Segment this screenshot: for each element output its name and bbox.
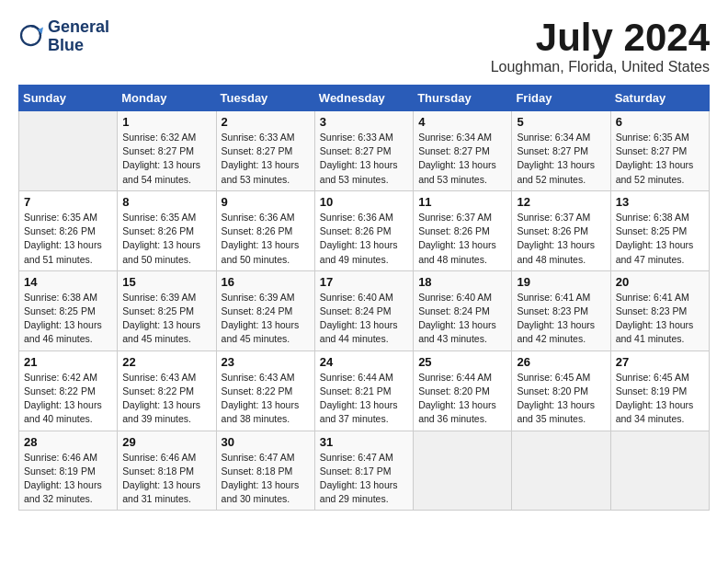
day-number: 19 xyxy=(517,275,605,289)
day-number: 10 xyxy=(320,195,408,209)
day-number: 1 xyxy=(122,115,210,129)
day-info: Sunrise: 6:39 AMSunset: 8:25 PMDaylight:… xyxy=(122,291,210,347)
calendar-cell xyxy=(414,431,512,511)
day-number: 2 xyxy=(222,115,310,129)
day-info: Sunrise: 6:45 AMSunset: 8:19 PMDaylight:… xyxy=(616,371,704,427)
day-number: 21 xyxy=(24,355,112,369)
location: Loughman, Florida, United States xyxy=(491,59,710,75)
day-info: Sunrise: 6:32 AMSunset: 8:27 PMDaylight:… xyxy=(122,131,210,187)
day-info: Sunrise: 6:45 AMSunset: 8:20 PMDaylight:… xyxy=(517,371,605,427)
day-info: Sunrise: 6:34 AMSunset: 8:27 PMDaylight:… xyxy=(517,131,605,187)
day-number: 29 xyxy=(122,435,210,449)
calendar-cell: 10Sunrise: 6:36 AMSunset: 8:26 PMDayligh… xyxy=(314,190,413,270)
day-info: Sunrise: 6:43 AMSunset: 8:22 PMDaylight:… xyxy=(122,371,210,427)
logo-icon xyxy=(18,23,46,51)
day-info: Sunrise: 6:43 AMSunset: 8:22 PMDaylight:… xyxy=(222,371,310,427)
day-info: Sunrise: 6:33 AMSunset: 8:27 PMDaylight:… xyxy=(222,131,310,187)
day-number: 31 xyxy=(320,435,408,449)
calendar-cell: 9Sunrise: 6:36 AMSunset: 8:26 PMDaylight… xyxy=(216,190,314,270)
day-number: 20 xyxy=(616,275,704,289)
title-area: July 2024 Loughman, Florida, United Stat… xyxy=(491,18,710,75)
day-info: Sunrise: 6:38 AMSunset: 8:25 PMDaylight:… xyxy=(24,291,112,347)
day-number: 11 xyxy=(418,195,506,209)
calendar-cell: 22Sunrise: 6:43 AMSunset: 8:22 PMDayligh… xyxy=(118,350,216,431)
day-info: Sunrise: 6:47 AMSunset: 8:18 PMDaylight:… xyxy=(222,451,310,507)
day-info: Sunrise: 6:40 AMSunset: 8:24 PMDaylight:… xyxy=(320,291,408,347)
calendar-cell: 16Sunrise: 6:39 AMSunset: 8:24 PMDayligh… xyxy=(216,270,314,350)
day-number: 13 xyxy=(616,195,704,209)
calendar-cell: 3Sunrise: 6:33 AMSunset: 8:27 PMDaylight… xyxy=(314,111,413,191)
header: General Blue July 2024 Loughman, Florida… xyxy=(18,18,710,75)
calendar-cell: 24Sunrise: 6:44 AMSunset: 8:21 PMDayligh… xyxy=(314,350,413,431)
calendar-cell xyxy=(19,111,118,191)
calendar-week-row: 14Sunrise: 6:38 AMSunset: 8:25 PMDayligh… xyxy=(19,270,710,350)
day-number: 16 xyxy=(222,275,310,289)
day-info: Sunrise: 6:46 AMSunset: 8:19 PMDaylight:… xyxy=(24,451,112,507)
calendar-week-row: 7Sunrise: 6:35 AMSunset: 8:26 PMDaylight… xyxy=(19,190,710,270)
calendar-cell: 13Sunrise: 6:38 AMSunset: 8:25 PMDayligh… xyxy=(610,190,709,270)
calendar-cell: 6Sunrise: 6:35 AMSunset: 8:27 PMDaylight… xyxy=(610,111,709,191)
day-info: Sunrise: 6:36 AMSunset: 8:26 PMDaylight:… xyxy=(320,211,408,267)
day-info: Sunrise: 6:34 AMSunset: 8:27 PMDaylight:… xyxy=(418,131,506,187)
day-info: Sunrise: 6:35 AMSunset: 8:27 PMDaylight:… xyxy=(616,131,704,187)
day-number: 12 xyxy=(517,195,605,209)
day-info: Sunrise: 6:37 AMSunset: 8:26 PMDaylight:… xyxy=(517,211,605,267)
day-info: Sunrise: 6:46 AMSunset: 8:18 PMDaylight:… xyxy=(122,451,210,507)
day-info: Sunrise: 6:42 AMSunset: 8:22 PMDaylight:… xyxy=(24,371,112,427)
calendar-cell: 5Sunrise: 6:34 AMSunset: 8:27 PMDaylight… xyxy=(512,111,610,191)
calendar-cell: 27Sunrise: 6:45 AMSunset: 8:19 PMDayligh… xyxy=(610,350,709,431)
calendar-cell: 7Sunrise: 6:35 AMSunset: 8:26 PMDaylight… xyxy=(19,190,118,270)
day-info: Sunrise: 6:47 AMSunset: 8:17 PMDaylight:… xyxy=(320,451,408,507)
logo: General Blue xyxy=(18,18,109,55)
day-info: Sunrise: 6:35 AMSunset: 8:26 PMDaylight:… xyxy=(24,211,112,267)
day-number: 30 xyxy=(222,435,310,449)
day-number: 24 xyxy=(320,355,408,369)
calendar-cell: 8Sunrise: 6:35 AMSunset: 8:26 PMDaylight… xyxy=(118,190,216,270)
day-number: 3 xyxy=(320,115,408,129)
calendar-cell xyxy=(512,431,610,511)
calendar-cell: 17Sunrise: 6:40 AMSunset: 8:24 PMDayligh… xyxy=(314,270,413,350)
day-number: 22 xyxy=(122,355,210,369)
day-number: 14 xyxy=(24,275,112,289)
month-title: July 2024 xyxy=(491,18,710,57)
calendar-cell: 21Sunrise: 6:42 AMSunset: 8:22 PMDayligh… xyxy=(19,350,118,431)
day-number: 23 xyxy=(222,355,310,369)
day-info: Sunrise: 6:33 AMSunset: 8:27 PMDaylight:… xyxy=(320,131,408,187)
day-info: Sunrise: 6:36 AMSunset: 8:26 PMDaylight:… xyxy=(222,211,310,267)
day-number: 28 xyxy=(24,435,112,449)
day-number: 9 xyxy=(222,195,310,209)
calendar-cell: 11Sunrise: 6:37 AMSunset: 8:26 PMDayligh… xyxy=(414,190,512,270)
calendar-cell: 12Sunrise: 6:37 AMSunset: 8:26 PMDayligh… xyxy=(512,190,610,270)
weekday-header: Friday xyxy=(512,86,610,111)
weekday-header-row: SundayMondayTuesdayWednesdayThursdayFrid… xyxy=(19,86,710,111)
weekday-header: Wednesday xyxy=(314,86,413,111)
logo-line2: Blue xyxy=(48,37,109,55)
day-info: Sunrise: 6:40 AMSunset: 8:24 PMDaylight:… xyxy=(418,291,506,347)
day-info: Sunrise: 6:39 AMSunset: 8:24 PMDaylight:… xyxy=(222,291,310,347)
calendar-cell: 26Sunrise: 6:45 AMSunset: 8:20 PMDayligh… xyxy=(512,350,610,431)
calendar-cell: 14Sunrise: 6:38 AMSunset: 8:25 PMDayligh… xyxy=(19,270,118,350)
day-number: 8 xyxy=(122,195,210,209)
weekday-header: Saturday xyxy=(610,86,709,111)
logo-line1: General xyxy=(48,18,109,37)
day-number: 4 xyxy=(418,115,506,129)
calendar-cell: 29Sunrise: 6:46 AMSunset: 8:18 PMDayligh… xyxy=(118,431,216,511)
day-info: Sunrise: 6:35 AMSunset: 8:26 PMDaylight:… xyxy=(122,211,210,267)
day-info: Sunrise: 6:41 AMSunset: 8:23 PMDaylight:… xyxy=(616,291,704,347)
day-info: Sunrise: 6:38 AMSunset: 8:25 PMDaylight:… xyxy=(616,211,704,267)
calendar-cell: 28Sunrise: 6:46 AMSunset: 8:19 PMDayligh… xyxy=(19,431,118,511)
weekday-header: Monday xyxy=(118,86,216,111)
calendar-cell: 30Sunrise: 6:47 AMSunset: 8:18 PMDayligh… xyxy=(216,431,314,511)
calendar-cell: 19Sunrise: 6:41 AMSunset: 8:23 PMDayligh… xyxy=(512,270,610,350)
calendar-cell: 18Sunrise: 6:40 AMSunset: 8:24 PMDayligh… xyxy=(414,270,512,350)
calendar-table: SundayMondayTuesdayWednesdayThursdayFrid… xyxy=(18,85,710,511)
calendar-cell: 15Sunrise: 6:39 AMSunset: 8:25 PMDayligh… xyxy=(118,270,216,350)
day-number: 15 xyxy=(122,275,210,289)
day-number: 25 xyxy=(418,355,506,369)
calendar-week-row: 21Sunrise: 6:42 AMSunset: 8:22 PMDayligh… xyxy=(19,350,710,431)
day-info: Sunrise: 6:44 AMSunset: 8:20 PMDaylight:… xyxy=(418,371,506,427)
day-number: 7 xyxy=(24,195,112,209)
calendar-cell xyxy=(610,431,709,511)
calendar-cell: 2Sunrise: 6:33 AMSunset: 8:27 PMDaylight… xyxy=(216,111,314,191)
calendar-cell: 1Sunrise: 6:32 AMSunset: 8:27 PMDaylight… xyxy=(118,111,216,191)
